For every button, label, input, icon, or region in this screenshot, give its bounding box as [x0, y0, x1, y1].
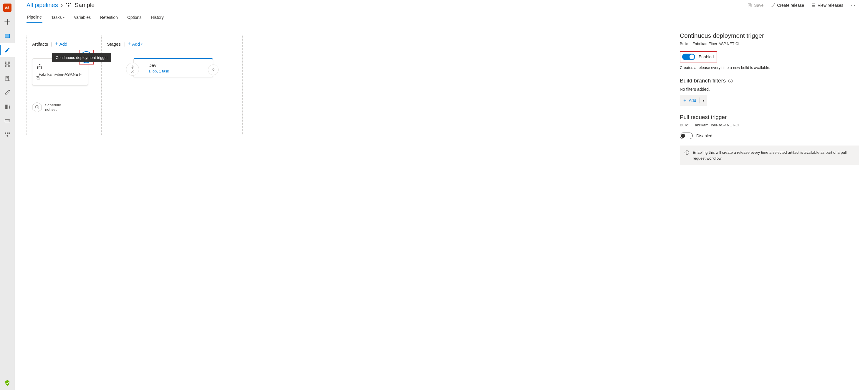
- rocket-icon: [4, 47, 10, 53]
- rail-library[interactable]: [0, 99, 15, 114]
- add-stage-button[interactable]: + Add ▾: [128, 41, 143, 47]
- top-bar: All pipelines › Sample Save Create relea…: [15, 0, 868, 10]
- rail-shield[interactable]: [0, 376, 15, 390]
- schedule-row[interactable]: Schedule not set: [32, 101, 89, 113]
- chevron-down-icon: ▾: [703, 99, 704, 102]
- pr-enabled-toggle[interactable]: [680, 132, 693, 139]
- chevron-down-icon: ▾: [63, 16, 64, 19]
- svg-rect-11: [70, 3, 71, 4]
- pipeline-canvas: Artifacts | + Add Continuous deployment …: [15, 23, 671, 390]
- library-icon: [4, 103, 10, 110]
- plus-icon: +: [683, 98, 687, 103]
- breadcrumb-root-link[interactable]: All pipelines: [27, 2, 58, 8]
- stage-card[interactable]: Dev 1 job, 1 task: [133, 58, 213, 77]
- lightning-icon: [131, 65, 134, 69]
- add-artifact-button[interactable]: + Add: [55, 41, 67, 47]
- rail-artifacts[interactable]: [0, 85, 15, 99]
- cd-trigger-heading: Continuous deployment trigger: [680, 32, 859, 39]
- tab-retention[interactable]: Retention: [99, 15, 118, 23]
- artifact-card[interactable]: _FabrikamFiber-ASP.NET-CI: [32, 58, 88, 85]
- save-icon: [747, 3, 752, 8]
- svg-rect-7: [6, 132, 8, 134]
- schedule-label-1: Schedule: [45, 103, 61, 107]
- artifact-name: _FabrikamFiber-ASP.NET-CI: [36, 72, 84, 81]
- cd-description: Creates a release every time a new build…: [680, 65, 859, 70]
- add-filter-button[interactable]: + Add: [680, 95, 700, 106]
- cd-enabled-toggle[interactable]: [682, 54, 695, 60]
- factory-icon: [36, 63, 43, 70]
- pr-disabled-label: Disabled: [696, 133, 712, 138]
- schedule-label-2: not set: [45, 107, 61, 112]
- tab-variables[interactable]: Variables: [73, 15, 91, 23]
- branch-filters-heading: Build branch filters: [680, 78, 859, 84]
- add-filter-dropdown[interactable]: ▾: [700, 95, 707, 106]
- side-panel: Continuous deployment trigger Build: _Fa…: [671, 23, 868, 390]
- chevron-right-icon: ›: [61, 2, 63, 8]
- artifacts-column: Artifacts | + Add Continuous deployment …: [27, 35, 94, 135]
- rail-boards[interactable]: [0, 29, 15, 43]
- person-icon: [211, 68, 216, 72]
- plus-icon: [4, 19, 10, 25]
- create-release-button[interactable]: Create release: [771, 3, 804, 8]
- svg-rect-3: [6, 76, 8, 81]
- pipeline-type-icon: [66, 2, 71, 8]
- stages-header: Stages: [107, 41, 121, 47]
- rail-repos[interactable]: [0, 57, 15, 71]
- stage-name: Dev: [149, 63, 209, 68]
- avatar-tile[interactable]: AS: [0, 1, 15, 15]
- save-button: Save: [747, 3, 764, 8]
- svg-point-14: [132, 70, 133, 71]
- rail-deploy-groups[interactable]: [0, 114, 15, 128]
- left-nav-rail: AS: [0, 0, 15, 390]
- rail-task-groups[interactable]: [0, 128, 15, 142]
- svg-point-15: [212, 68, 214, 70]
- chevron-down-icon: ▾: [141, 42, 143, 46]
- svg-rect-9: [66, 3, 67, 4]
- top-actions: Save Create release View releases ⋯: [747, 2, 856, 8]
- svg-rect-8: [8, 132, 10, 134]
- avatar: AS: [3, 3, 11, 12]
- info-icon[interactable]: [728, 79, 733, 83]
- hex-clock-icon: [32, 101, 42, 113]
- info-icon: [684, 150, 689, 155]
- pr-build-label: Build: _FabrikamFiber-ASP.NET-CI: [680, 123, 859, 127]
- tab-bar: Pipeline Tasks ▾ Variables Retention Opt…: [15, 10, 868, 23]
- stage-jobs-link[interactable]: 1 job, 1 task: [149, 69, 209, 73]
- svg-rect-1: [5, 34, 9, 38]
- ellipsis-icon: ⋯: [850, 2, 856, 8]
- stage-pre-conditions-button[interactable]: [126, 63, 139, 76]
- svg-rect-6: [5, 132, 6, 134]
- tab-tasks[interactable]: Tasks ▾: [51, 15, 65, 23]
- plus-icon: +: [128, 41, 131, 47]
- rail-pipelines[interactable]: [0, 43, 15, 57]
- add-filter-split-button: + Add ▾: [680, 95, 707, 106]
- breadcrumb: All pipelines › Sample: [27, 2, 95, 8]
- pr-info-box: Enabling this will create a release ever…: [680, 146, 859, 165]
- repo-icon: [4, 61, 10, 67]
- view-releases-button[interactable]: View releases: [811, 3, 843, 8]
- rail-testplans[interactable]: [0, 71, 15, 85]
- person-icon: [131, 69, 134, 73]
- pipeline-title: Sample: [74, 2, 95, 8]
- pr-trigger-heading: Pull request trigger: [680, 114, 859, 120]
- rocket-outline-icon: [4, 89, 10, 96]
- server-icon: [4, 118, 10, 124]
- artifacts-header: Artifacts: [32, 41, 48, 47]
- building-icon: [4, 75, 10, 82]
- list-icon: [811, 3, 816, 8]
- trigger-tooltip: Continuous deployment trigger: [52, 53, 111, 62]
- tab-history[interactable]: History: [150, 15, 164, 23]
- stage-post-approvals-button[interactable]: [208, 64, 219, 75]
- content-split: Artifacts | + Add Continuous deployment …: [15, 23, 868, 390]
- plus-icon: +: [55, 41, 58, 47]
- tab-pipeline[interactable]: Pipeline: [27, 15, 42, 23]
- stages-column: Stages | + Add ▾ Dev: [101, 35, 243, 135]
- no-filters-text: No filters added.: [680, 87, 859, 92]
- rail-new[interactable]: [0, 15, 15, 29]
- tab-options[interactable]: Options: [127, 15, 142, 23]
- more-button[interactable]: ⋯: [850, 2, 856, 8]
- svg-point-2: [8, 49, 8, 50]
- boards-icon: [4, 33, 10, 39]
- shield-check-icon: [4, 380, 10, 386]
- task-group-icon: [4, 132, 10, 138]
